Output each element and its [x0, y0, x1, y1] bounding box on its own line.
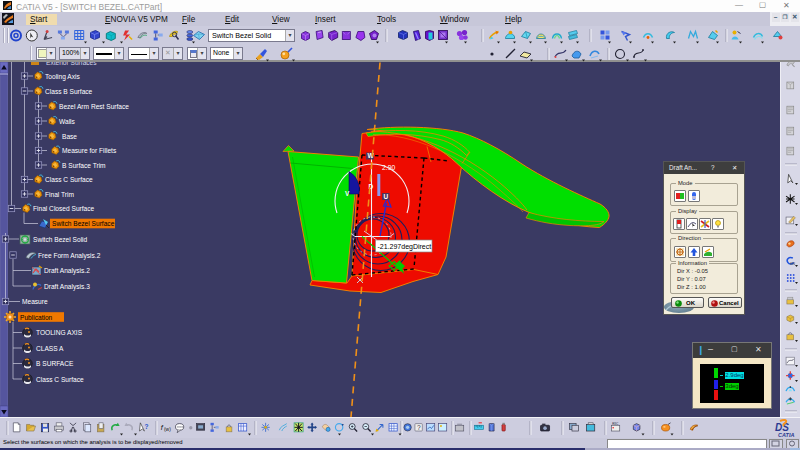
svg-text:CLASS A: CLASS A [36, 345, 64, 352]
svg-text:Final Trim: Final Trim [45, 191, 74, 198]
svg-text:Draft Analysis.2: Draft Analysis.2 [44, 267, 90, 275]
svg-text:TOOLING AXIS: TOOLING AXIS [36, 329, 83, 336]
svg-text:Base: Base [62, 133, 77, 140]
svg-text:Switch Bezel Solid: Switch Bezel Solid [33, 236, 88, 243]
svg-text:Measure: Measure [22, 298, 48, 305]
svg-text:Measure for Fillets: Measure for Fillets [62, 147, 117, 154]
svg-text:-21.297degDirect: -21.297degDirect [378, 243, 432, 251]
svg-text:Exterior Surfaces: Exterior Surfaces [46, 62, 97, 66]
svg-text:Final Closed Surface: Final Closed Surface [33, 205, 95, 212]
svg-text:Walls: Walls [59, 118, 76, 125]
svg-text:Class C Surface: Class C Surface [36, 376, 84, 383]
svg-text:REC: REC [612, 422, 618, 426]
svg-text:B Surface Trim: B Surface Trim [62, 162, 106, 169]
svg-text:Class B Surface: Class B Surface [45, 88, 93, 95]
svg-text:Draft Analysis.3: Draft Analysis.3 [44, 283, 90, 291]
svg-text:2.90: 2.90 [382, 164, 395, 171]
svg-text:KN: KN [790, 262, 795, 266]
svg-text:?: ? [417, 424, 421, 431]
svg-text:U: U [384, 193, 389, 200]
svg-text:W: W [368, 152, 375, 159]
svg-text:(w): (w) [164, 427, 171, 432]
svg-text:Class C Surface: Class C Surface [45, 176, 93, 183]
svg-text:?: ? [144, 423, 148, 430]
svg-text:B SURFACE: B SURFACE [36, 360, 74, 367]
svg-text:Publication: Publication [20, 314, 53, 321]
svg-text:Switch Bezel Surface: Switch Bezel Surface [52, 220, 115, 227]
svg-text:Tooling Axis: Tooling Axis [45, 73, 81, 81]
svg-text:Free Form Analysis.2: Free Form Analysis.2 [38, 252, 101, 260]
svg-text:Bezel Arm Rest Surface: Bezel Arm Rest Surface [59, 103, 129, 110]
svg-text:V: V [345, 190, 350, 197]
